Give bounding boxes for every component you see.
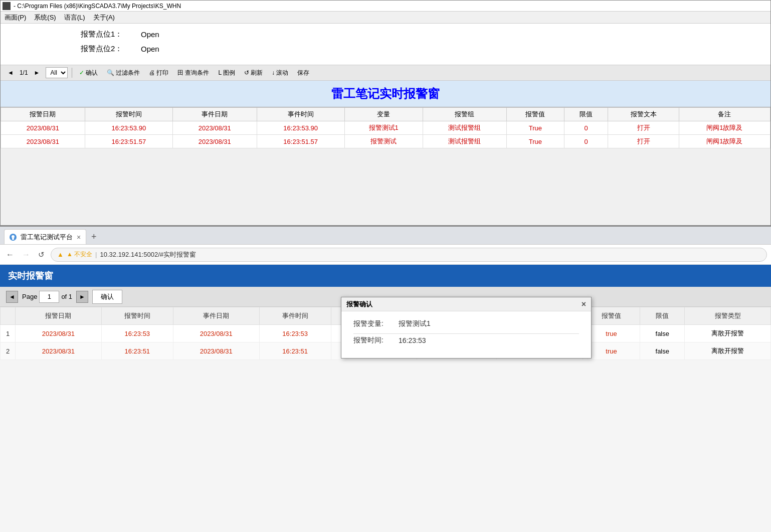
- col-note: 备注: [679, 108, 770, 121]
- page-input[interactable]: [39, 291, 59, 303]
- cell-alarm-time: 16:23:53: [101, 325, 173, 342]
- prev-page-btn[interactable]: ◄: [5, 68, 17, 77]
- app-icon: [3, 2, 11, 10]
- url-separator: |: [95, 251, 97, 258]
- save-btn[interactable]: 保存: [294, 68, 312, 78]
- svg-rect-1: [12, 238, 14, 240]
- cell-group: 测试报警组: [423, 135, 507, 148]
- forward-btn[interactable]: →: [20, 248, 32, 261]
- confirm-label: 确认: [86, 69, 98, 77]
- dialog-body: 报警变量: 报警测试1 报警时间: 16:23:53: [341, 311, 591, 358]
- print-label: 打印: [156, 69, 168, 77]
- cell-alarm-date: 2023/08/31: [16, 342, 102, 360]
- cell-note: 闸阀1故障及: [679, 121, 770, 135]
- alert-window-title: 雷工笔记实时报警窗: [331, 87, 440, 100]
- menu-about[interactable]: 关于(A): [93, 13, 115, 22]
- cell-variable: 报警测试: [344, 135, 423, 148]
- filter-icon: 🔍: [107, 69, 114, 76]
- browser-confirm-btn[interactable]: 确认: [92, 290, 122, 304]
- b-col-event-time: 事件时间: [259, 307, 331, 325]
- browser-section-title: 实时报警窗: [8, 271, 53, 281]
- print-btn[interactable]: 🖨 打印: [146, 68, 171, 78]
- filter-btn[interactable]: 🔍 过滤条件: [104, 68, 143, 78]
- cell-text: 打开: [608, 135, 679, 148]
- menu-system[interactable]: 系统(S): [34, 13, 56, 22]
- b-col-alarm-date: 报警日期: [16, 307, 102, 325]
- chart-label: L 图例: [218, 69, 235, 77]
- chart-btn[interactable]: L 图例: [215, 68, 238, 78]
- dialog-variable-label: 报警变量:: [353, 319, 399, 328]
- col-event-time: 事件时间: [257, 108, 344, 121]
- browser-next-btn[interactable]: ►: [76, 291, 88, 303]
- cell-alarm-date: 2023/08/31: [16, 325, 102, 342]
- tab-favicon: [10, 234, 17, 241]
- browser-section-header: 实时报警窗: [0, 265, 771, 287]
- table-row[interactable]: 2023/08/31 16:23:53.90 2023/08/31 16:23:…: [1, 121, 770, 135]
- browser-prev-btn[interactable]: ◄: [6, 291, 18, 303]
- cell-limit: 0: [564, 121, 608, 135]
- tab-close-btn[interactable]: ×: [77, 233, 81, 241]
- alarm-point-1-value: Open: [141, 30, 159, 39]
- alert-window-header: 雷工笔记实时报警窗: [1, 81, 770, 107]
- alarm-confirm-dialog: 报警确认 × 报警变量: 报警测试1 报警时间: 16:23:53: [341, 297, 592, 359]
- dialog-variable-row: 报警变量: 报警测试1: [353, 319, 579, 328]
- browser-tab-active[interactable]: 雷工笔记测试平台 ×: [4, 229, 86, 244]
- win-title: - C:\Program Files (x86)\KingSCADA3.7\My…: [14, 3, 768, 10]
- refresh-label: 刷新: [251, 69, 263, 77]
- cell-event-date: 2023/08/31: [173, 342, 259, 360]
- cell-event-time: 16:23:53: [259, 325, 331, 342]
- col-value: 报警值: [507, 108, 564, 121]
- b-col-type: 报警类型: [685, 307, 771, 325]
- new-tab-btn[interactable]: +: [86, 229, 101, 244]
- svg-point-0: [12, 235, 15, 238]
- win-table-wrapper: 报警日期 报警时间 事件日期 事件时间 变量 报警组 报警值 限值 报警文本 备…: [1, 107, 770, 148]
- security-warning-icon: ▲: [57, 251, 64, 258]
- cell-event-date: 2023/08/31: [172, 135, 257, 148]
- browser-window: 雷工笔记测试平台 × + ← → ↺ ▲ ▲ 不安全 | 10.32.192.1…: [0, 226, 771, 532]
- alarm-point-1-label: 报警点位1：: [81, 30, 141, 39]
- scroll-icon: ↓: [272, 69, 275, 76]
- col-text: 报警文本: [608, 108, 679, 121]
- b-col-num: [1, 307, 16, 325]
- of-label: of 1: [61, 293, 72, 300]
- query-icon: 田: [177, 69, 183, 77]
- table-row[interactable]: 2023/08/31 16:23:51.57 2023/08/31 16:23:…: [1, 135, 770, 148]
- dialog-close-btn[interactable]: ×: [582, 300, 586, 308]
- cell-event-date: 2023/08/31: [172, 121, 257, 135]
- confirm-icon: ✓: [79, 69, 84, 76]
- refresh-page-btn[interactable]: ↺: [36, 248, 47, 261]
- browser-tabbar: 雷工笔记测试平台 × +: [0, 227, 771, 245]
- dialog-time-value: 16:23:53: [399, 336, 426, 344]
- cell-alarm-date: 2023/08/31: [1, 121, 85, 135]
- back-btn[interactable]: ←: [4, 248, 16, 261]
- prev-icon: ◄: [9, 293, 15, 300]
- browser-addressbar: ← → ↺ ▲ ▲ 不安全 | 10.32.192.141:5002/#实时报警…: [0, 245, 771, 265]
- col-limit: 限值: [564, 108, 608, 121]
- cell-text: 打开: [608, 121, 679, 135]
- page-range-dropdown[interactable]: All: [46, 67, 68, 78]
- col-variable: 变量: [344, 108, 423, 121]
- cell-event-date: 2023/08/31: [173, 325, 259, 342]
- next-page-btn[interactable]: ►: [31, 68, 43, 77]
- cell-row-num: 1: [1, 325, 16, 342]
- dialog-time-row: 报警时间: 16:23:53: [353, 336, 579, 345]
- cell-group: 测试报警组: [423, 121, 507, 135]
- page-indicator: 1/1: [20, 69, 28, 76]
- query-btn[interactable]: 田 查询条件: [174, 68, 212, 78]
- menu-language[interactable]: 语言(L): [64, 13, 85, 22]
- confirm-btn[interactable]: ✓ 确认: [76, 68, 101, 78]
- cell-event-time: 16:23:51: [259, 342, 331, 360]
- refresh-btn[interactable]: ↺ 刷新: [241, 68, 266, 78]
- win-toolbar: ◄ 1/1 ► All ✓ 确认 🔍 过滤条件 🖨 打印 田 查询条件 L 图例…: [1, 65, 770, 81]
- address-bar[interactable]: ▲ ▲ 不安全 | 10.32.192.141:5002/#实时报警窗: [51, 248, 767, 262]
- cell-alarm-date: 2023/08/31: [1, 135, 85, 148]
- cell-alarm-time: 16:23:53.90: [85, 121, 172, 135]
- cell-row-num: 2: [1, 342, 16, 360]
- security-warning-text: ▲ 不安全: [67, 250, 92, 259]
- dialog-divider: [353, 333, 579, 334]
- scroll-btn[interactable]: ↓ 滚动: [269, 68, 291, 78]
- save-label: 保存: [297, 69, 309, 77]
- next-icon: ►: [79, 293, 85, 300]
- menu-screen[interactable]: 画面(P): [5, 13, 26, 22]
- cell-type: 离散开报警: [685, 325, 771, 342]
